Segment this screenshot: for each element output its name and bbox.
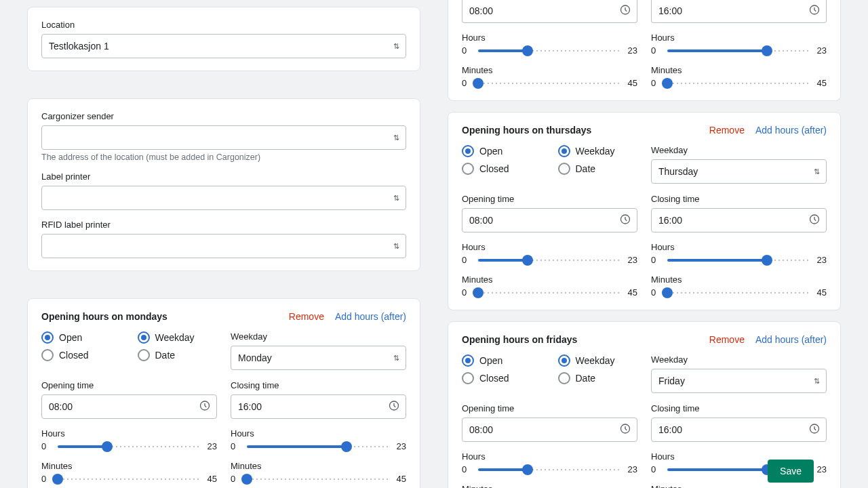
closing-time-input[interactable] bbox=[651, 0, 827, 23]
remove-link[interactable]: Remove bbox=[709, 125, 745, 136]
radio-open[interactable]: Open bbox=[462, 145, 542, 157]
opening-time-input[interactable] bbox=[41, 394, 217, 419]
rfid-printer-select[interactable] bbox=[41, 234, 406, 258]
radio-weekday[interactable]: Weekday bbox=[558, 145, 638, 157]
opening-hours-monday: Opening hours on mondays Remove Add hour… bbox=[27, 298, 420, 488]
location-select[interactable]: Testlokasjon 1 bbox=[41, 34, 406, 58]
remove-link[interactable]: Remove bbox=[709, 334, 745, 345]
cargonizer-label: Cargonizer sender bbox=[41, 111, 406, 121]
weekday-label: Weekday bbox=[651, 354, 827, 365]
opening-hours-partial: Hours 0 23 Minutes 0 45 bbox=[448, 0, 841, 101]
radio-open[interactable]: Open bbox=[462, 354, 542, 367]
weekday-select[interactable]: Thursday bbox=[651, 159, 827, 184]
closing-time-label: Closing time bbox=[231, 380, 406, 390]
opening-time-input[interactable] bbox=[462, 418, 637, 442]
radio-closed[interactable]: Closed bbox=[462, 372, 542, 384]
radio-open[interactable]: Open bbox=[41, 331, 121, 344]
remove-link[interactable]: Remove bbox=[289, 311, 324, 322]
clock-icon bbox=[809, 214, 820, 227]
opening-hours-thursday: Opening hours on thursdays Remove Add ho… bbox=[448, 112, 841, 310]
add-hours-link[interactable]: Add hours (after) bbox=[335, 311, 406, 322]
minutes-slider[interactable] bbox=[478, 82, 621, 85]
closing-time-input[interactable] bbox=[231, 394, 406, 419]
save-button[interactable]: Save bbox=[768, 460, 814, 483]
radio-closed[interactable]: Closed bbox=[41, 349, 121, 361]
minutes-slider[interactable] bbox=[478, 291, 621, 294]
radio-weekday[interactable]: Weekday bbox=[138, 331, 218, 344]
clock-icon bbox=[199, 401, 210, 413]
label-printer-label: Label printer bbox=[41, 171, 406, 182]
hours-slider[interactable] bbox=[478, 259, 621, 262]
radio-closed[interactable]: Closed bbox=[462, 163, 542, 175]
radio-date[interactable]: Date bbox=[558, 372, 638, 384]
opening-time-label: Opening time bbox=[41, 380, 217, 390]
clock-icon bbox=[620, 424, 631, 436]
weekday-label: Weekday bbox=[651, 145, 827, 155]
section-title: Opening hours on mondays bbox=[41, 311, 167, 322]
rfid-printer-label: RFID label printer bbox=[41, 220, 406, 230]
cargonizer-select[interactable] bbox=[41, 125, 406, 150]
opening-time-input[interactable] bbox=[462, 208, 637, 232]
weekday-label: Weekday bbox=[231, 331, 406, 342]
add-hours-link[interactable]: Add hours (after) bbox=[755, 125, 827, 136]
hours-slider[interactable] bbox=[478, 468, 621, 471]
minutes-slider[interactable] bbox=[58, 478, 201, 481]
radio-date[interactable]: Date bbox=[558, 163, 638, 175]
closing-time-input[interactable] bbox=[651, 418, 827, 442]
weekday-select[interactable]: Monday bbox=[231, 346, 406, 370]
minutes-slider-label: Minutes bbox=[41, 461, 217, 471]
minutes-slider[interactable] bbox=[667, 82, 810, 85]
clock-icon bbox=[389, 401, 399, 413]
section-title: Opening hours on fridays bbox=[462, 334, 577, 345]
label-printer-select[interactable] bbox=[41, 186, 406, 210]
hours-slider[interactable] bbox=[247, 445, 390, 448]
clock-icon bbox=[620, 214, 631, 227]
clock-icon bbox=[809, 5, 820, 18]
cargonizer-help: The address of the location (must be add… bbox=[41, 152, 406, 162]
radio-date[interactable]: Date bbox=[138, 349, 218, 361]
clock-icon bbox=[809, 424, 820, 436]
hours-slider-label: Hours bbox=[41, 428, 217, 439]
add-hours-link[interactable]: Add hours (after) bbox=[755, 334, 827, 345]
hours-slider[interactable] bbox=[478, 49, 621, 52]
section-title: Opening hours on thursdays bbox=[462, 125, 591, 136]
location-label: Location bbox=[41, 20, 406, 30]
hours-slider[interactable] bbox=[667, 259, 810, 262]
closing-time-input[interactable] bbox=[651, 208, 827, 232]
hours-slider[interactable] bbox=[667, 49, 810, 52]
weekday-select[interactable]: Friday bbox=[651, 369, 827, 393]
hours-slider[interactable] bbox=[58, 445, 201, 448]
minutes-slider[interactable] bbox=[247, 478, 390, 481]
opening-time-input[interactable] bbox=[462, 0, 637, 23]
minutes-slider[interactable] bbox=[667, 291, 810, 294]
clock-icon bbox=[620, 5, 631, 18]
radio-weekday[interactable]: Weekday bbox=[558, 354, 638, 367]
